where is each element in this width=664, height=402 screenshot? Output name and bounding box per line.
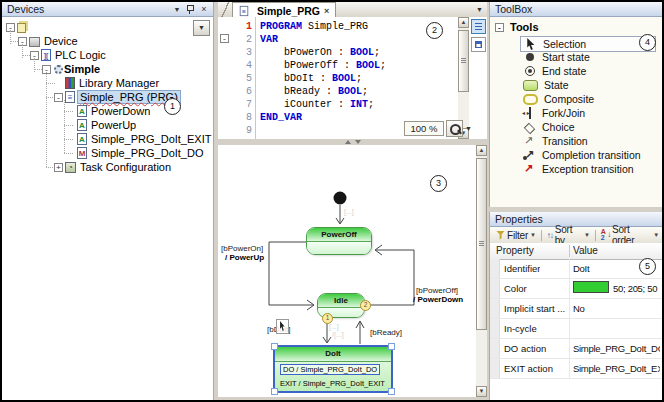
tab-title: Simple_PRG xyxy=(257,5,320,17)
uml-statechart-canvas[interactable]: PowerOff Idle DoIt DO / Simple_PRG_DoIt_… xyxy=(218,145,487,397)
doit-exit-action[interactable]: EXIT / Simple_PRG_DoIt_EXIT xyxy=(280,379,385,388)
tool-exception-transition[interactable]: Exception transition xyxy=(520,162,656,176)
column-divider xyxy=(569,339,570,358)
pin-stem xyxy=(189,10,190,14)
tree-item-simple-prg[interactable]: -≡Simple_PRG (PRG) xyxy=(2,90,213,104)
pin-icon[interactable] xyxy=(184,4,196,15)
collapse-icon[interactable]: - xyxy=(495,23,504,32)
tab-close-icon[interactable]: × xyxy=(324,6,329,16)
code-text: bPowerOn : BOOL; xyxy=(260,46,380,59)
tree-item-root[interactable]: - xyxy=(2,20,213,34)
close-icon[interactable]: × xyxy=(198,4,210,15)
scroll-down-icon[interactable]: ▼ xyxy=(476,386,487,397)
tree-item-simple[interactable]: -Simple xyxy=(2,62,213,76)
code-line-6[interactable]: 6 bReady : BOOL; xyxy=(218,85,457,98)
tree-expander-icon[interactable]: + xyxy=(54,163,63,172)
tool-label: Selection xyxy=(543,38,586,50)
tool-start-state[interactable]: Start state xyxy=(520,50,656,64)
app-icon xyxy=(54,65,63,74)
tree-item-simple-prg-doit-exit[interactable]: ASimple_PRG_DoIt_EXIT xyxy=(2,132,213,146)
tool-label: Composite xyxy=(544,93,594,105)
filter-icon xyxy=(496,231,505,240)
tree-item-powerup[interactable]: APowerUp xyxy=(2,118,213,132)
property-row-color: Color50; 205; 50 xyxy=(490,279,662,299)
toolbox-group-tools[interactable]: - Tools xyxy=(495,21,539,33)
code-line-4[interactable]: 4 bPowerOff : BOOL; xyxy=(218,59,457,72)
code-line-1[interactable]: 1PROGRAM Simple_PRG xyxy=(218,20,457,33)
tab-list-dropdown-icon[interactable]: ▼ xyxy=(476,6,483,13)
textual-view-button[interactable] xyxy=(471,19,486,34)
panel-menu-icon[interactable]: ▼ xyxy=(171,4,183,15)
scrollbar-thumb[interactable] xyxy=(476,158,487,330)
tool-completion-transition[interactable]: Completion transition xyxy=(520,148,656,162)
tool-composite[interactable]: Composite xyxy=(520,92,656,106)
device-icon xyxy=(29,37,40,47)
tree-item-plc-logic[interactable]: -][PLC Logic xyxy=(2,48,213,62)
state-doit[interactable]: DoIt DO / Simple_PRG_DoIt_DO EXIT / Simp… xyxy=(273,345,393,393)
tool-end-state[interactable]: End state xyxy=(520,64,656,78)
tree-expander-icon[interactable]: - xyxy=(42,65,51,74)
scroll-up-icon[interactable]: ▲ xyxy=(458,17,469,28)
tree-item-task-configuration[interactable]: +◔Task Configuration xyxy=(2,160,213,174)
code-token: bReady : xyxy=(260,86,338,97)
zoom-dropdown-icon[interactable]: ▼ xyxy=(465,125,472,132)
column-divider[interactable] xyxy=(569,245,570,257)
code-line-3[interactable]: 3 bPowerOn : BOOL; xyxy=(218,46,457,59)
doit-do-action[interactable]: DO / Simple_PRG_DoIt_DO xyxy=(280,364,380,375)
sort-by-icon: ↑↓ xyxy=(547,231,553,240)
code-line-2[interactable]: 2VAR xyxy=(218,33,457,46)
properties-grid-header: Property Value xyxy=(490,243,662,260)
property-value[interactable]: 50; 205; 50 xyxy=(573,279,660,298)
transition-poweroff-idle[interactable] xyxy=(269,242,313,305)
selection-handle[interactable] xyxy=(271,388,278,395)
selection-handle[interactable] xyxy=(388,343,395,350)
tree-expander-icon[interactable]: - xyxy=(30,51,39,60)
code-text: PROGRAM Simple_PRG xyxy=(260,20,368,33)
guard-bpoweroff[interactable]: [bPowerOff] xyxy=(416,286,458,295)
tree-expander-icon[interactable]: - xyxy=(18,37,27,46)
tool-transition[interactable]: Transition xyxy=(520,134,656,148)
tool-choice[interactable]: Choice xyxy=(520,120,656,134)
code-token: INT xyxy=(350,99,368,110)
property-value[interactable]: Simple_PRG_DoIt_DO xyxy=(573,339,660,358)
filter-button[interactable]: Filter ▼ xyxy=(493,230,539,241)
property-label: EXIT action xyxy=(504,359,553,378)
tool-fork-join[interactable]: Fork/Join xyxy=(520,106,656,120)
selection-handle[interactable] xyxy=(271,343,278,350)
scrollbar-thumb[interactable] xyxy=(458,30,469,92)
selection-handle[interactable] xyxy=(388,388,395,395)
guard-bready[interactable]: [bReady] xyxy=(370,328,402,337)
fold-collapse-icon[interactable]: - xyxy=(220,34,229,43)
tabular-view-button[interactable] xyxy=(471,37,486,52)
tree-item-library-manager[interactable]: Library Manager xyxy=(2,76,213,90)
zoom-level[interactable]: 100 % xyxy=(404,121,444,136)
tree-item-device[interactable]: -Device xyxy=(2,34,213,48)
tool-state[interactable]: State xyxy=(520,78,656,92)
tab-simple-prg[interactable]: ≡ Simple_PRG × xyxy=(232,2,336,18)
tree-expander-icon[interactable]: - xyxy=(6,23,15,32)
tree-item-powerdown[interactable]: APowerDown xyxy=(2,104,213,118)
code-line-7[interactable]: 7 iCounter : INT; xyxy=(218,98,457,111)
scroll-up-icon[interactable]: ▲ xyxy=(476,145,487,156)
st-code-editor[interactable]: 1PROGRAM Simple_PRG2VAR3 bPowerOn : BOOL… xyxy=(218,17,487,139)
guard-bpoweron[interactable]: [bPowerOn] xyxy=(221,244,263,253)
action-powerup[interactable]: / PowerUp xyxy=(225,253,264,262)
row-margin xyxy=(490,299,500,318)
exception-transition-icon xyxy=(523,163,536,175)
column-property[interactable]: Property xyxy=(496,243,534,259)
action-powerdown[interactable]: / PowerDown xyxy=(413,295,463,304)
column-value[interactable]: Value xyxy=(573,243,598,259)
tree-item-simple-prg-doit-do[interactable]: MSimple_PRG_DoIt_DO xyxy=(2,146,213,160)
transition-idle-poweroff[interactable] xyxy=(365,250,414,305)
tree-expander-icon[interactable]: - xyxy=(54,93,63,102)
color-swatch[interactable] xyxy=(573,281,609,293)
property-value[interactable]: No xyxy=(573,299,660,318)
device-selector-dropdown[interactable]: ▼ xyxy=(193,20,210,36)
initial-state-node[interactable] xyxy=(334,192,347,205)
zoom-button[interactable] xyxy=(446,120,463,137)
code-line-5[interactable]: 5 bDoIt : BOOL; xyxy=(218,72,457,85)
property-value[interactable]: Simple_PRG_DoIt_EXIT xyxy=(573,359,660,378)
diagram-vertical-scrollbar[interactable]: ▲ ▼ xyxy=(476,145,487,397)
sort-z: 2 xyxy=(601,234,605,241)
state-poweroff[interactable]: PowerOff xyxy=(306,227,372,255)
